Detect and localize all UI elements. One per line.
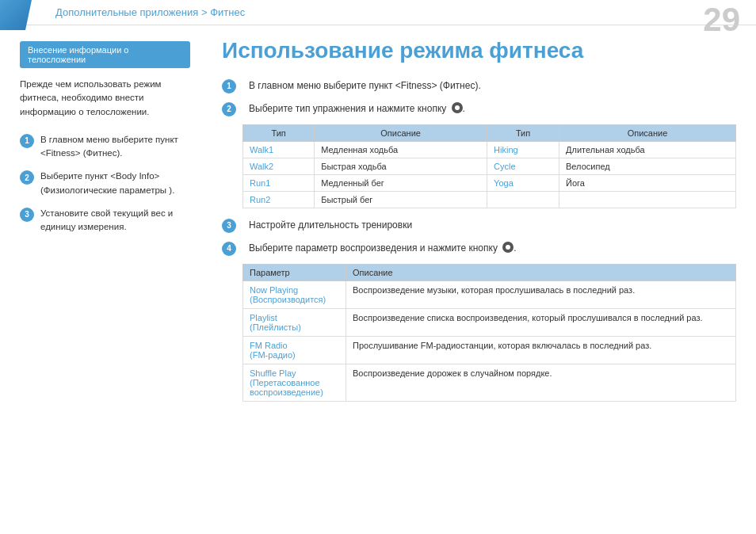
playback-param-cell: Shuffle Play (Перетасованное воспроизвед… (243, 364, 346, 401)
exercise-col-desc2: Описание (559, 124, 736, 141)
playback-desc-cell: Воспроизведение музыки, которая прослуши… (346, 280, 736, 308)
exercise-cell (559, 191, 736, 208)
left-step-badge-1: 1 (20, 134, 34, 148)
section-title: Использование режима фитнеса (222, 37, 736, 64)
right-column: Использование режима фитнеса 1 В главном… (206, 25, 756, 528)
right-step-2: 2 Выберите тип упражнения и нажмите кноп… (222, 101, 736, 116)
exercise-cell: Быстрый бег (315, 191, 487, 208)
left-step-text-3: Установите свой текущий вес и единицу из… (40, 207, 190, 235)
left-step-badge-2: 2 (20, 170, 34, 185)
playback-param-cell: FM Radio (FM-радио) (243, 336, 346, 364)
playback-col-param: Параметр (243, 264, 346, 280)
exercise-cell: Walk2 (243, 158, 315, 174)
exercise-cell (487, 191, 559, 208)
right-step-text-2: Выберите тип упражнения и нажмите кнопку… (249, 101, 465, 116)
right-step-text-4: Выберите параметр воспроизведения и нажм… (249, 241, 517, 255)
playback-desc-cell: Прослушивание FM-радиостанции, которая в… (346, 336, 736, 364)
main-content: Внесение информации о телосложении Прежд… (0, 25, 756, 528)
breadcrumb-main: Дополнительные приложения (55, 6, 198, 18)
top-bar: Дополнительные приложения > Фитнес 29 (0, 0, 756, 25)
breadcrumb: Дополнительные приложения > Фитнес (55, 6, 245, 18)
exercise-cell: Длительная ходьба (559, 141, 736, 158)
exercise-cell: Hiking (487, 141, 559, 158)
info-box: Внесение информации о телосложении (20, 41, 190, 68)
exercise-cell: Медленная ходьба (315, 141, 487, 158)
page-number: 29 (703, 3, 740, 36)
exercise-cell: Быстрая ходьба (315, 158, 487, 174)
left-column: Внесение информации о телосложении Прежд… (0, 25, 206, 528)
exercise-cell: Walk1 (243, 141, 315, 158)
exercise-cell: Run2 (243, 191, 315, 208)
intro-text: Прежде чем использовать режим фитнеса, н… (20, 78, 190, 119)
right-step-text-3: Настройте длительность тренировки (249, 218, 412, 232)
right-step-4: 4 Выберите параметр воспроизведения и на… (222, 241, 736, 256)
exercise-cell: Run1 (243, 174, 315, 191)
exercise-col-type1: Тип (243, 124, 315, 141)
left-step-3: 3 Установите свой текущий вес и единицу … (20, 207, 190, 235)
exercise-cell: Yoga (487, 174, 559, 191)
exercise-table: Тип Описание Тип Описание Walk1Медленная… (242, 124, 736, 208)
playback-col-desc: Описание (346, 264, 736, 280)
playback-param-cell: Playlist (Плейлисты) (243, 308, 346, 336)
right-step-badge-4: 4 (222, 242, 236, 256)
left-step-2: 2 Выберите пункт <Body Info> (Физиологич… (20, 170, 190, 197)
right-step-badge-2: 2 (222, 102, 236, 116)
right-step-text-1: В главном меню выберите пункт <Fitness> … (249, 78, 481, 93)
playback-param-cell: Now Playing (Воспроизводится) (243, 280, 346, 308)
right-step-badge-1: 1 (222, 79, 236, 93)
left-step-badge-3: 3 (20, 208, 34, 222)
right-step-1: 1 В главном меню выберите пункт <Fitness… (222, 78, 736, 93)
left-step-text-1: В главном меню выберите пункт <Fitness> … (40, 133, 190, 161)
exercise-cell: Йога (559, 174, 736, 191)
breadcrumb-separator: > (201, 6, 210, 18)
exercise-cell: Велосипед (559, 158, 736, 174)
right-step-badge-3: 3 (222, 219, 236, 233)
exercise-cell: Медленный бег (315, 174, 487, 191)
playback-desc-cell: Воспроизведение дорожек в случайном поря… (346, 364, 736, 401)
inline-button-icon-1 (452, 102, 463, 113)
left-step-1: 1 В главном меню выберите пункт <Fitness… (20, 133, 190, 161)
exercise-col-type2: Тип (487, 124, 559, 141)
playback-desc-cell: Воспроизведение списка воспроизведения, … (346, 308, 736, 336)
inline-button-icon-2 (502, 242, 514, 253)
breadcrumb-sub: Фитнес (210, 6, 245, 18)
left-step-text-2: Выберите пункт <Body Info> (Физиологичес… (40, 170, 190, 197)
exercise-col-desc1: Описание (315, 124, 487, 141)
right-step-3: 3 Настройте длительность тренировки (222, 218, 736, 233)
playback-table: Параметр Описание Now Playing (Воспроизв… (242, 264, 736, 402)
exercise-cell: Cycle (487, 158, 559, 174)
